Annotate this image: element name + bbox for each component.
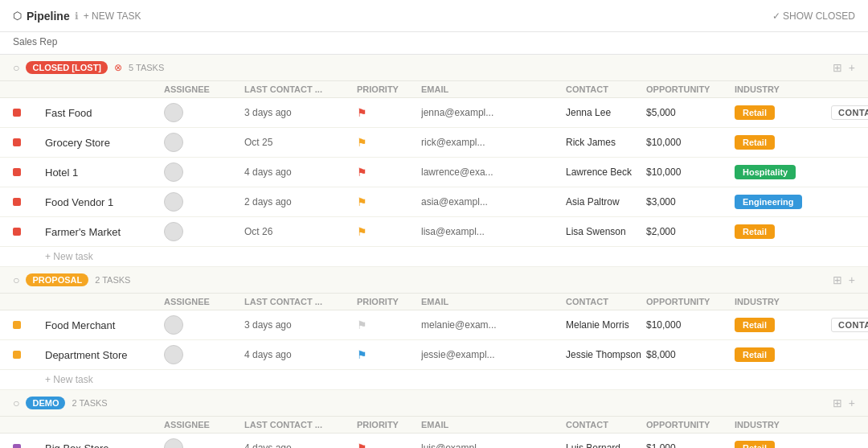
email: lawrence@exa... — [421, 166, 566, 178]
col-opportunity: OPPORTUNITY — [646, 297, 735, 306]
sales-rep-label: Sales Rep — [13, 36, 57, 47]
new-task-button[interactable]: + NEW TASK — [84, 10, 141, 22]
industry-badge: Retail — [735, 441, 775, 448]
priority-flag: ⚑ — [357, 136, 367, 149]
avatar — [164, 192, 183, 212]
contact-button[interactable]: CONTACT — [831, 318, 868, 332]
col-last-contact: LAST CONTACT ... — [244, 297, 357, 306]
opportunity: $3,000 — [646, 196, 735, 208]
opportunity: $10,000 — [646, 137, 735, 148]
add-icon[interactable]: + — [849, 273, 855, 286]
pipeline-title: Pipeline — [27, 10, 70, 23]
columns-icon[interactable]: ⊞ — [833, 397, 842, 409]
priority-flag: ⚑ — [357, 225, 367, 238]
info-icon[interactable]: ℹ — [75, 10, 79, 22]
row-name[interactable]: Grocery Store — [45, 137, 164, 149]
row-name[interactable]: Farmer's Market — [45, 226, 164, 238]
add-icon[interactable]: + — [849, 61, 855, 74]
section-toggle-closed-lost[interactable]: ○ — [13, 61, 19, 74]
row-name[interactable]: Food Vendor 1 — [45, 196, 164, 208]
col-assignee: ASSIGNEE — [164, 84, 244, 94]
contact-name: Luis Bernard — [566, 442, 646, 448]
email: asia@exampl... — [421, 196, 566, 208]
contact-name: Rick James — [566, 137, 646, 148]
priority-flag: ⚑ — [357, 348, 367, 361]
col-email: EMAIL — [421, 420, 566, 430]
contact-name: Jessie Thompson — [566, 349, 646, 360]
col-industry: INDUSTRY — [735, 84, 831, 94]
columns-icon[interactable]: ⊞ — [833, 273, 842, 286]
industry-badge: Retail — [735, 347, 775, 362]
opportunity: $10,000 — [646, 166, 735, 178]
table-row: Fast Food 3 days ago ⚑ jenna@exampl... J… — [0, 98, 868, 128]
opportunity: $2,000 — [646, 226, 735, 237]
industry-badge: Retail — [735, 318, 775, 332]
add-icon[interactable]: + — [849, 397, 855, 409]
col-last-contact: LAST CONTACT ... — [244, 84, 357, 94]
contact-button[interactable]: CONTACT — [831, 105, 868, 120]
opportunity: $8,000 — [646, 349, 735, 360]
priority-flag: ⚑ — [357, 106, 367, 119]
col-opportunity: OPPORTUNITY — [646, 84, 735, 94]
avatar — [164, 345, 183, 364]
section-task-count-proposal: 2 TASKS — [95, 275, 130, 285]
section-alert-icon: ⊗ — [114, 62, 122, 73]
opportunity: $10,000 — [646, 319, 735, 331]
priority-flag: ⚑ — [357, 195, 367, 208]
email: melanie@exam... — [421, 319, 566, 331]
last-contact: 4 days ago — [244, 442, 357, 448]
opportunity: $5,000 — [646, 107, 735, 118]
row-name[interactable]: Department Store — [45, 349, 164, 361]
row-name[interactable]: Hotel 1 — [45, 166, 164, 179]
row-name[interactable]: Fast Food — [45, 107, 164, 119]
col-contact: CONTACT — [566, 297, 646, 306]
contact-name: Jenna Lee — [566, 107, 646, 118]
section-toggle-proposal[interactable]: ○ — [13, 273, 19, 286]
section-header-closed-lost: ○ CLOSED [LOST] ⊗ 5 TASKS ⊞ + — [0, 55, 868, 81]
row-indicator — [13, 138, 21, 146]
avatar — [164, 162, 183, 182]
section-icons-demo: ⊞ + — [833, 397, 855, 409]
email: jessie@exampl... — [421, 349, 566, 360]
col-opportunity: OPPORTUNITY — [646, 420, 735, 430]
table-header-demo: ASSIGNEE LAST CONTACT ... PRIORITY EMAIL… — [0, 417, 868, 434]
section-badge-closed-lost: CLOSED [LOST] — [26, 61, 108, 74]
row-name[interactable]: Big Box Store — [45, 442, 164, 449]
table-header-proposal: ASSIGNEE LAST CONTACT ... PRIORITY EMAIL… — [0, 294, 868, 310]
opportunity: $1,000 — [646, 442, 735, 448]
section-task-count-closed-lost: 5 TASKS — [129, 63, 164, 72]
email: luis@exampl... — [421, 442, 566, 448]
col-contact: CONTACT — [566, 84, 646, 94]
row-name[interactable]: Food Merchant — [45, 319, 164, 331]
col-priority: PRIORITY — [357, 84, 421, 94]
contact-name: Melanie Morris — [566, 319, 646, 331]
col-email: EMAIL — [421, 84, 566, 94]
avatar — [164, 222, 183, 241]
col-industry: INDUSTRY — [735, 297, 831, 306]
table-row: Food Merchant 3 days ago ⚑ melanie@exam.… — [0, 310, 868, 340]
pipeline-content: ○ CLOSED [LOST] ⊗ 5 TASKS ⊞ + ASSIGNEE L… — [0, 55, 868, 448]
new-task-proposal[interactable]: + New task — [0, 370, 868, 390]
new-task-closed-lost[interactable]: + New task — [0, 247, 868, 267]
priority-flag: ⚑ — [357, 166, 367, 179]
contact-name: Lawrence Beck — [566, 166, 646, 178]
section-toggle-demo[interactable]: ○ — [13, 397, 19, 409]
avatar — [164, 438, 183, 448]
col-last-contact: LAST CONTACT ... — [244, 420, 357, 430]
email: jenna@exampl... — [421, 107, 566, 118]
col-priority: PRIORITY — [357, 297, 421, 306]
row-indicator — [13, 444, 21, 448]
section-closed-lost: ○ CLOSED [LOST] ⊗ 5 TASKS ⊞ + ASSIGNEE L… — [0, 55, 868, 267]
columns-icon[interactable]: ⊞ — [833, 61, 842, 74]
show-closed-button[interactable]: ✓ SHOW CLOSED — [772, 10, 855, 22]
priority-flag: ⚑ — [357, 442, 367, 448]
col-priority: PRIORITY — [357, 420, 421, 430]
table-row: Hotel 1 4 days ago ⚑ lawrence@exa... Law… — [0, 158, 868, 187]
section-task-count-demo: 2 TASKS — [72, 398, 107, 408]
section-header-demo: ○ DEMO 2 TASKS ⊞ + — [0, 390, 868, 417]
email: rick@exampl... — [421, 137, 566, 148]
table-row: Grocery Store Oct 25 ⚑ rick@exampl... Ri… — [0, 128, 868, 158]
avatar — [164, 315, 183, 335]
section-header-proposal: ○ PROPOSAL 2 TASKS ⊞ + — [0, 267, 868, 294]
sub-bar: Sales Rep — [0, 32, 868, 55]
